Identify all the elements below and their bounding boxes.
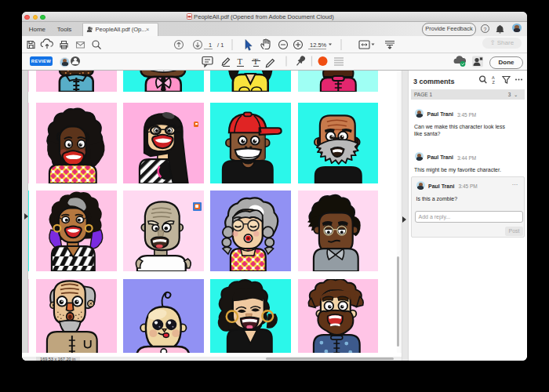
svg-text:12.5%: 12.5% <box>310 41 327 48</box>
svg-text:Z: Z <box>492 79 495 84</box>
svg-text:/ 1: / 1 <box>217 41 224 48</box>
svg-text:T: T <box>238 56 243 66</box>
svg-text:1: 1 <box>209 41 212 48</box>
